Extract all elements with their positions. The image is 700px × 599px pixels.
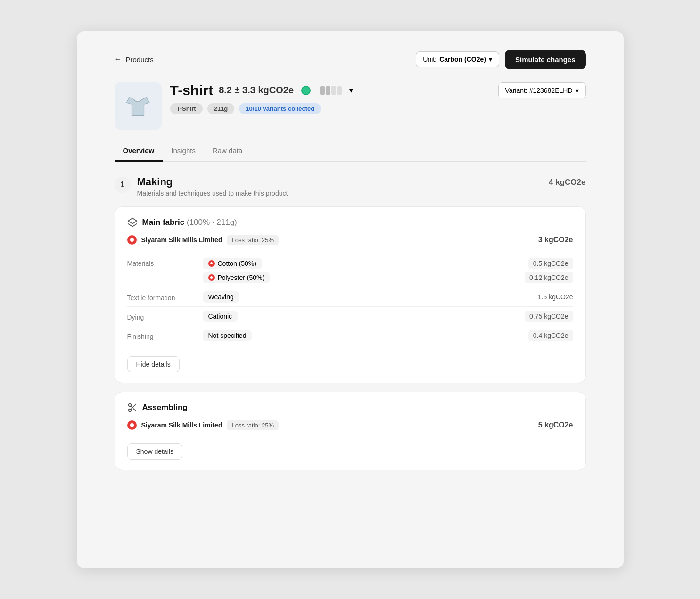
loss-ratio-badge: Loss ratio: 25%: [227, 235, 279, 245]
unit-chevron-icon: ▾: [489, 56, 492, 63]
show-details-button[interactable]: Show details: [127, 443, 182, 460]
finishing-value: 0.4 kgCO2e: [528, 330, 573, 341]
product-image: [115, 82, 162, 130]
top-nav: ← Products Unit: Carbon (CO2e) ▾ Simulat…: [115, 50, 586, 69]
cotton-tag: Cotton (50%): [203, 258, 262, 269]
textile-value-tag: Weaving: [203, 291, 239, 303]
back-arrow-icon: ←: [115, 55, 122, 64]
making-section-header: 1 Making Materials and techniques used t…: [115, 176, 586, 197]
assembling-supplier-name: Siyaram Silk Mills Limited: [141, 421, 222, 429]
fabric-icon: [127, 217, 138, 228]
tab-raw-data[interactable]: Raw data: [204, 141, 251, 162]
hide-details-button[interactable]: Hide details: [127, 356, 180, 372]
assembling-supplier-row: Siyaram Silk Mills Limited Loss ratio: 2…: [127, 420, 573, 430]
variant-chevron-icon: ▾: [576, 87, 579, 94]
making-subtitle: Materials and techniques used to make th…: [137, 189, 549, 197]
assembling-value: 5 kgCO2e: [538, 421, 573, 429]
assembling-supplier-dot-icon: [127, 420, 137, 430]
assembling-title-row: Assembling: [127, 402, 573, 413]
back-label: Products: [126, 56, 154, 64]
materials-values: Cotton (50%) 0.5 kgCO2e Polyester (50%) …: [203, 258, 573, 283]
main-fabric-card: Main fabric (100% · 211g) Siyaram Silk M…: [115, 206, 586, 383]
assembling-loss-badge: Loss ratio: 25%: [227, 420, 279, 430]
unit-prefix: Unit:: [423, 56, 436, 63]
svg-marker-0: [128, 218, 136, 223]
tab-insights[interactable]: Insights: [163, 141, 204, 162]
assembling-title: Assembling: [142, 403, 188, 412]
variant-selector[interactable]: Variant: #123682ELHD ▾: [498, 82, 586, 98]
tabs: Overview Insights Raw data: [115, 141, 586, 162]
product-info: T-shirt 8.2 ± 3.3 kgCO2e ▾ T-Shirt 211g …: [170, 82, 482, 114]
unit-value: Carbon (CO2e): [439, 56, 486, 63]
badge-variants: 10/10 variants collected: [239, 103, 321, 114]
polyester-row: Polyester (50%) 0.12 kgCO2e: [203, 272, 573, 283]
polyester-tag: Polyester (50%): [203, 272, 271, 283]
cotton-dot-icon: [208, 260, 215, 267]
finishing-row: Finishing Not specified 0.4 kgCO2e: [127, 326, 573, 345]
cotton-row: Cotton (50%) 0.5 kgCO2e: [203, 258, 573, 269]
textile-value: 1.5 kgCO2e: [538, 293, 573, 301]
materials-row: Materials Cotton (50%) 0.5 kgCO2e Polyes…: [127, 254, 573, 287]
making-value: 4 kgCO2e: [549, 176, 585, 187]
product-header-right: Variant: #123682ELHD ▾: [482, 82, 586, 98]
main-fabric-title-row: Main fabric (100% · 211g): [127, 217, 573, 228]
main-fabric-value: 3 kgCO2e: [538, 236, 573, 244]
score-bar: [320, 86, 342, 95]
svg-line-5: [131, 406, 132, 408]
product-title-row: T-shirt 8.2 ± 3.3 kgCO2e ▾: [170, 82, 482, 98]
dying-label: Dying: [127, 312, 203, 321]
textile-row: Textile formation Weaving 1.5 kgCO2e: [127, 287, 573, 306]
supplier-dot-icon: [127, 235, 137, 245]
badge-type: T-Shirt: [170, 103, 203, 114]
tshirt-icon: [123, 90, 153, 121]
cotton-value: 0.5 kgCO2e: [528, 258, 573, 269]
simulate-button[interactable]: Simulate changes: [505, 50, 586, 69]
polyester-dot-icon: [208, 274, 215, 281]
dying-row: Dying Cationic 0.75 kgCO2e: [127, 306, 573, 326]
product-chevron-icon[interactable]: ▾: [349, 86, 359, 95]
product-header: T-shirt 8.2 ± 3.3 kgCO2e ▾ T-Shirt 211g …: [115, 82, 586, 130]
product-badges: T-Shirt 211g 10/10 variants collected: [170, 103, 482, 114]
assembling-icon: [127, 402, 138, 413]
polyester-value: 0.12 kgCO2e: [525, 272, 573, 283]
making-title: Making: [137, 176, 549, 188]
badge-weight: 211g: [207, 103, 235, 114]
dying-value-tag: Cationic: [203, 311, 238, 322]
section-title-wrap: Making Materials and techniques used to …: [137, 176, 549, 197]
dying-value: 0.75 kgCO2e: [525, 311, 573, 322]
score-dot-icon: [301, 86, 311, 95]
back-link[interactable]: ← Products: [115, 55, 154, 64]
textile-label: Textile formation: [127, 292, 203, 302]
main-fabric-subtitle: (100% · 211g): [187, 218, 237, 227]
tab-overview[interactable]: Overview: [115, 141, 163, 162]
top-right-controls: Unit: Carbon (CO2e) ▾ Simulate changes: [416, 50, 585, 69]
main-window: ← Products Unit: Carbon (CO2e) ▾ Simulat…: [77, 31, 624, 568]
materials-label: Materials: [127, 258, 203, 267]
product-name: T-shirt: [170, 82, 214, 98]
product-score: 8.2 ± 3.3 kgCO2e: [219, 85, 294, 96]
finishing-value-tag: Not specified: [203, 330, 252, 341]
svg-line-4: [133, 409, 136, 411]
assembling-card: Assembling Siyaram Silk Mills Limited Lo…: [115, 392, 586, 470]
detail-table: Materials Cotton (50%) 0.5 kgCO2e Polyes…: [127, 254, 573, 345]
unit-selector[interactable]: Unit: Carbon (CO2e) ▾: [416, 51, 499, 67]
main-fabric-supplier-row: Siyaram Silk Mills Limited Loss ratio: 2…: [127, 235, 573, 245]
variant-label: Variant: #123682ELHD: [505, 87, 573, 94]
finishing-label: Finishing: [127, 331, 203, 340]
main-fabric-title: Main fabric (100% · 211g): [142, 218, 237, 227]
section-number: 1: [115, 177, 131, 193]
supplier-name: Siyaram Silk Mills Limited: [141, 236, 222, 244]
